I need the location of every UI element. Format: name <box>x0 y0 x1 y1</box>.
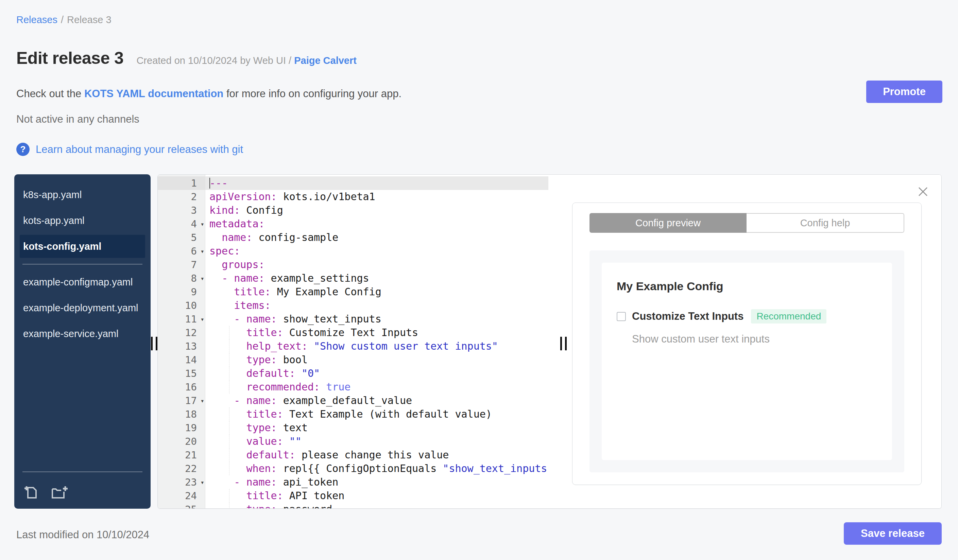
yaml-token-key: type: <box>246 422 277 433</box>
close-icon[interactable] <box>916 185 930 198</box>
yaml-token-key: name: <box>246 313 277 325</box>
gutter-line-7: 7 <box>158 258 205 272</box>
yaml-token-plain <box>240 394 246 407</box>
save-release-button[interactable]: Save release <box>844 522 942 545</box>
sidebar-bottom-divider <box>22 471 143 472</box>
yaml-token-plain <box>209 272 222 284</box>
yaml-token-plain: Text Example (with default value) <box>283 408 492 420</box>
yaml-token-plain <box>240 476 246 488</box>
promote-button[interactable]: Promote <box>866 81 942 103</box>
code-line-25: type: password <box>205 503 548 508</box>
code-line-20: value: "" <box>205 435 548 448</box>
breadcrumb: Releases / Release 3 <box>16 14 111 25</box>
indent-guide <box>229 326 230 340</box>
yaml-token-plain <box>209 354 246 365</box>
fold-toggle-icon[interactable]: ▾ <box>201 244 204 258</box>
file-item-example-deployment.yaml[interactable]: example-deployment.yaml <box>20 296 145 320</box>
yaml-token-str: "Show custom user text inputs" <box>314 340 498 352</box>
yaml-token-plain <box>240 313 246 325</box>
git-releases-link[interactable]: Learn about managing your releases with … <box>36 143 243 156</box>
new-file-icon[interactable] <box>23 484 41 501</box>
gutter-line-13: 13 <box>158 340 205 353</box>
fold-toggle-icon[interactable]: ▾ <box>201 312 204 326</box>
code-line-13: help_text: "Show custom user text inputs… <box>205 340 548 353</box>
yaml-token-key: recommended: <box>246 381 320 393</box>
yaml-token-plain <box>209 449 246 461</box>
yaml-token-key: title: <box>246 408 283 420</box>
tab-config-preview[interactable]: Config preview <box>590 213 747 233</box>
yaml-token-plain <box>209 394 234 407</box>
fold-toggle-icon[interactable]: ▾ <box>201 217 204 231</box>
yaml-token-plain <box>209 435 246 447</box>
yaml-token-plain: example_default_value <box>277 394 412 407</box>
new-folder-icon[interactable] <box>50 484 69 501</box>
gutter-line-10: 10 <box>158 299 205 312</box>
breadcrumb-releases-link[interactable]: Releases <box>16 14 57 25</box>
file-list: k8s-app.yamlkots-app.yamlkots-config.yam… <box>20 183 145 348</box>
gutter-line-14: 14 <box>158 353 205 367</box>
indent-guide <box>229 503 230 508</box>
yaml-token-plain: kots.io/v1beta1 <box>277 191 375 202</box>
config-item-help: Show custom user text inputs <box>632 333 877 345</box>
text-cursor <box>209 178 210 188</box>
kots-yaml-docs-link[interactable]: KOTS YAML documentation <box>84 88 224 100</box>
author-link[interactable]: Paige Calvert <box>294 55 357 66</box>
gutter-line-22: 22 <box>158 462 205 475</box>
preview-resize-handle[interactable] <box>560 337 567 350</box>
gutter-line-3: 3 <box>158 204 205 217</box>
yaml-token-plain: Customize Text Inputs <box>283 327 418 339</box>
config-preview-pane: Config previewConfig help My Example Con… <box>548 175 941 508</box>
file-item-kots-config.yaml[interactable]: kots-config.yaml <box>20 235 145 258</box>
file-item-example-configmap.yaml[interactable]: example-configmap.yaml <box>20 271 145 294</box>
recommended-badge: Recommended <box>751 309 826 323</box>
sidebar-resize-handle[interactable] <box>151 337 157 350</box>
title-row: Edit release 3 Created on 10/10/2024 by … <box>16 48 357 68</box>
yaml-token-plain <box>209 490 246 501</box>
editor-code-area[interactable]: ---apiVersion: kots.io/v1beta1kind: Conf… <box>205 175 548 508</box>
customize-text-inputs-checkbox[interactable] <box>617 312 626 321</box>
yaml-token-key: --- <box>209 177 228 189</box>
yaml-token-plain: My Example Config <box>271 286 381 298</box>
file-item-example-service.yaml[interactable]: example-service.yaml <box>20 322 145 345</box>
code-line-6: spec: <box>205 244 548 258</box>
yaml-token-key: default: <box>246 449 295 461</box>
fold-toggle-icon[interactable]: ▾ <box>201 272 204 285</box>
yaml-token-str: "0" <box>301 367 320 379</box>
yaml-token-key: spec: <box>209 245 240 257</box>
code-line-10: items: <box>205 299 548 312</box>
code-line-9: title: My Example Config <box>205 285 548 299</box>
code-line-24: title: API token <box>205 489 548 503</box>
code-line-19: type: text <box>205 421 548 435</box>
yaml-token-plain <box>209 422 246 433</box>
yaml-token-plain: repl{{ ConfigOptionEquals <box>277 462 443 475</box>
code-line-1: --- <box>205 176 548 190</box>
gutter-line-23: 23▾ <box>158 475 205 489</box>
created-prefix: Created on 10/10/2024 by Web UI / <box>136 55 291 66</box>
docs-prefix: Check out the <box>16 88 84 100</box>
code-line-5: name: config-sample <box>205 231 548 244</box>
yaml-token-plain: show_text_inputs <box>277 313 381 325</box>
help-icon[interactable]: ? <box>16 143 30 156</box>
fold-toggle-icon[interactable]: ▾ <box>201 475 204 489</box>
tab-config-help[interactable]: Config help <box>747 213 904 233</box>
file-item-k8s-app.yaml[interactable]: k8s-app.yaml <box>20 183 145 206</box>
file-item-kots-app.yaml[interactable]: kots-app.yaml <box>20 209 145 232</box>
yaml-editor[interactable]: 1234▾56▾78▾91011▾121314151617▾1819202122… <box>158 175 548 508</box>
yaml-token-key: title: <box>234 286 271 298</box>
code-line-11: - name: show_text_inputs <box>205 312 548 326</box>
yaml-token-key: title: <box>246 327 283 339</box>
code-line-4: metadata: <box>205 217 548 231</box>
yaml-token-plain <box>209 408 246 420</box>
code-line-15: default: "0" <box>205 367 548 380</box>
indent-guide <box>229 448 230 462</box>
yaml-token-plain <box>209 340 246 352</box>
yaml-token-plain <box>209 299 234 311</box>
yaml-token-plain <box>209 286 234 298</box>
fold-toggle-icon[interactable]: ▾ <box>201 394 204 407</box>
indent-guide <box>229 435 230 448</box>
yaml-token-key: - <box>222 272 228 284</box>
yaml-token-plain: bool <box>277 354 308 365</box>
yaml-token-key: name: <box>246 394 277 407</box>
indent-guide <box>229 489 230 503</box>
yaml-token-plain <box>209 313 234 325</box>
